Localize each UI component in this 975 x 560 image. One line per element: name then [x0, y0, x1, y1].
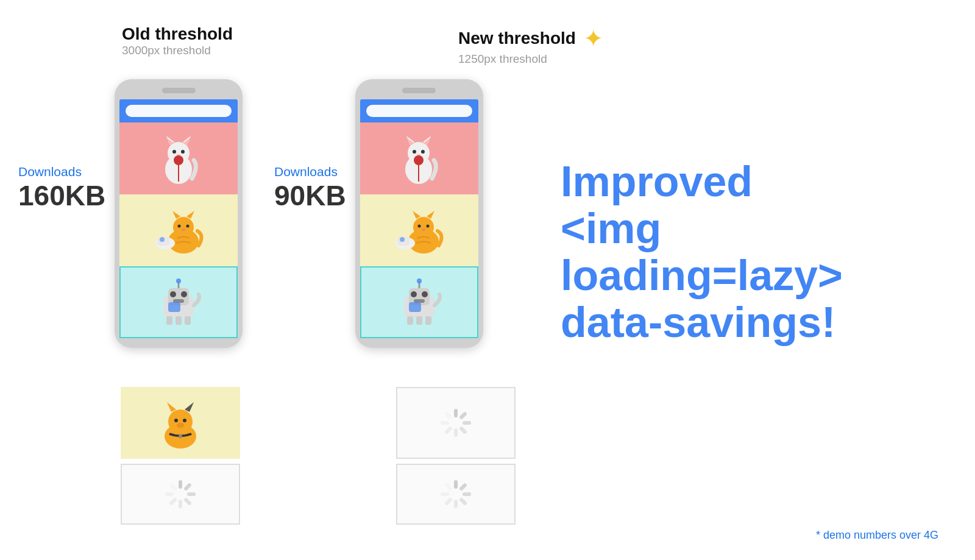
sparkle-icon: ✦: [583, 24, 604, 52]
svg-rect-88: [454, 480, 458, 489]
old-threshold-title: Old threshold: [122, 24, 233, 44]
svg-rect-83: [459, 426, 467, 434]
old-downloads-size: 160KB: [18, 179, 105, 212]
svg-rect-41: [183, 483, 192, 491]
old-threshold-subtitle: 3000px threshold: [122, 44, 233, 57]
svg-point-79: [417, 278, 422, 283]
improved-line2: <img loading=lazy>: [561, 205, 951, 299]
svg-point-33: [168, 409, 193, 434]
svg-rect-76: [416, 316, 422, 325]
old-img-2: [119, 194, 238, 266]
old-threshold-header: Old threshold 3000px threshold: [122, 24, 233, 57]
new-threshold-subtitle: 1250px threshold: [458, 52, 604, 66]
svg-point-68: [400, 237, 405, 242]
svg-point-54: [413, 150, 416, 154]
old-img-1: [119, 122, 238, 194]
svg-rect-92: [454, 500, 458, 508]
new-threshold-title: New threshold: [458, 29, 576, 48]
svg-point-64: [427, 224, 430, 227]
svg-rect-81: [459, 411, 467, 420]
svg-point-38: [177, 423, 184, 428]
svg-point-72: [422, 291, 428, 297]
svg-marker-61: [413, 211, 420, 219]
new-phone-mockup: [355, 79, 483, 348]
new-downloads-size: 90KB: [274, 179, 346, 212]
svg-point-39: [179, 434, 182, 438]
svg-point-24: [181, 291, 187, 297]
svg-point-37: [183, 419, 186, 422]
new-threshold-header: New threshold ✦ 1250px threshold: [458, 24, 604, 66]
svg-rect-75: [407, 316, 413, 325]
svg-rect-46: [165, 492, 174, 496]
svg-rect-93: [444, 497, 453, 506]
svg-point-71: [411, 291, 417, 297]
svg-rect-90: [463, 492, 471, 496]
svg-rect-84: [454, 428, 458, 437]
new-outside-card-1: [396, 387, 516, 459]
improved-line1: Improved: [561, 158, 951, 205]
browser-bar: [119, 99, 238, 122]
old-outside-card-1: [121, 387, 240, 459]
old-img-3: [119, 266, 238, 338]
new-img-3: [360, 266, 478, 338]
phone-notch: [162, 88, 196, 93]
svg-marker-35: [185, 402, 194, 412]
svg-point-23: [170, 291, 176, 297]
svg-rect-95: [444, 483, 453, 491]
svg-marker-34: [167, 402, 176, 412]
old-phone-mockup: [115, 79, 243, 348]
svg-point-15: [177, 224, 180, 227]
svg-rect-85: [444, 426, 453, 434]
svg-point-7: [181, 150, 185, 154]
svg-point-65: [422, 229, 425, 231]
svg-point-36: [174, 419, 178, 422]
svg-rect-44: [179, 500, 182, 508]
svg-rect-42: [187, 492, 196, 496]
svg-marker-62: [427, 211, 434, 219]
svg-rect-94: [441, 492, 449, 496]
svg-rect-86: [441, 421, 449, 425]
svg-rect-91: [459, 497, 467, 506]
new-img-1: [360, 122, 478, 194]
svg-marker-13: [172, 211, 180, 219]
new-downloads-info: Downloads 90KB: [274, 165, 346, 212]
improved-line3: data-savings!: [561, 299, 951, 346]
old-downloads-info: Downloads 160KB: [18, 165, 105, 212]
svg-rect-77: [425, 316, 431, 325]
svg-rect-47: [169, 483, 177, 491]
svg-rect-40: [179, 480, 182, 489]
phone-notch-new: [402, 88, 436, 93]
svg-rect-27: [166, 316, 172, 325]
svg-rect-80: [454, 409, 458, 417]
improved-text-block: Improved <img loading=lazy> data-savings…: [561, 158, 951, 346]
svg-rect-82: [463, 421, 471, 425]
old-loading-card: [121, 464, 240, 525]
svg-rect-29: [185, 316, 191, 325]
svg-rect-89: [459, 483, 467, 491]
svg-point-16: [186, 224, 189, 227]
svg-rect-26: [168, 302, 180, 312]
svg-point-60: [413, 217, 434, 238]
new-loading-card: [396, 464, 516, 525]
svg-point-12: [173, 217, 194, 238]
svg-rect-74: [409, 302, 421, 312]
svg-marker-14: [186, 211, 194, 219]
new-img-2: [360, 194, 478, 266]
browser-bar-new: [360, 99, 478, 122]
svg-rect-45: [169, 497, 177, 506]
svg-point-31: [176, 278, 181, 283]
svg-point-6: [172, 150, 176, 154]
demo-note: * demo numbers over 4G: [816, 529, 938, 542]
svg-point-55: [421, 150, 425, 154]
old-downloads-label: Downloads: [18, 165, 105, 179]
svg-rect-28: [176, 316, 182, 325]
svg-point-17: [182, 229, 185, 231]
svg-point-20: [160, 237, 165, 242]
new-downloads-label: Downloads: [274, 165, 346, 179]
svg-rect-43: [183, 497, 192, 506]
svg-point-63: [418, 224, 421, 227]
svg-rect-87: [444, 411, 453, 420]
